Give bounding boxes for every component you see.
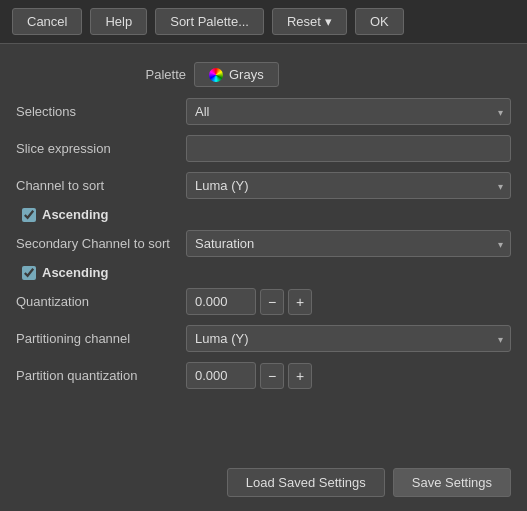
reset-arrow-icon: ▾ [325,14,332,29]
slice-label: Slice expression [16,141,186,156]
quantization-label: Quantization [16,294,186,309]
partition-quant-plus-button[interactable]: + [288,363,312,389]
partitioning-row: Partitioning channel Luma (Y) Red Green … [16,320,511,357]
help-button[interactable]: Help [90,8,147,35]
channel-row: Channel to sort Luma (Y) Red Green Blue … [16,167,511,204]
reset-button[interactable]: Reset ▾ [272,8,347,35]
partitioning-select-wrapper: Luma (Y) Red Green Blue Saturation Hue ▾ [186,325,511,352]
ascending1-row: Ascending [16,204,511,225]
ok-button[interactable]: OK [355,8,404,35]
palette-row: Palette Grays [16,56,511,93]
partition-quant-control: − + [186,362,312,389]
slice-input[interactable] [186,135,511,162]
partition-quant-row: Partition quantization − + [16,357,511,394]
quantization-input[interactable] [186,288,256,315]
partition-quant-label: Partition quantization [16,368,186,383]
quantization-plus-button[interactable]: + [288,289,312,315]
partition-quant-minus-button[interactable]: − [260,363,284,389]
sort-palette-button[interactable]: Sort Palette... [155,8,264,35]
channel-select[interactable]: Luma (Y) Red Green Blue Saturation Hue [186,172,511,199]
selections-select-wrapper: All Current None ▾ [186,98,511,125]
palette-button[interactable]: Grays [194,62,279,87]
secondary-label: Secondary Channel to sort [16,236,186,251]
ascending1-label[interactable]: Ascending [22,207,108,222]
ascending1-text: Ascending [42,207,108,222]
save-settings-button[interactable]: Save Settings [393,468,511,497]
bottom-bar: Load Saved Settings Save Settings [0,458,527,511]
toolbar: Cancel Help Sort Palette... Reset ▾ OK [0,0,527,44]
channel-select-wrapper: Luma (Y) Red Green Blue Saturation Hue ▾ [186,172,511,199]
quantization-control: − + [186,288,312,315]
quantization-row: Quantization − + [16,283,511,320]
ascending2-checkbox[interactable] [22,266,36,280]
quantization-minus-button[interactable]: − [260,289,284,315]
selections-label: Selections [16,104,186,119]
partitioning-label: Partitioning channel [16,331,186,346]
secondary-row: Secondary Channel to sort Saturation Lum… [16,225,511,262]
channel-label: Channel to sort [16,178,186,193]
secondary-select-wrapper: Saturation Luma (Y) Red Green Blue Hue ▾ [186,230,511,257]
ascending1-checkbox[interactable] [22,208,36,222]
slice-row: Slice expression [16,130,511,167]
partitioning-select[interactable]: Luma (Y) Red Green Blue Saturation Hue [186,325,511,352]
palette-icon [209,68,223,82]
palette-value: Grays [229,67,264,82]
selections-row: Selections All Current None ▾ [16,93,511,130]
cancel-button[interactable]: Cancel [12,8,82,35]
secondary-select[interactable]: Saturation Luma (Y) Red Green Blue Hue [186,230,511,257]
form-content: Palette Grays Selections All Current Non… [0,44,527,458]
ascending2-label[interactable]: Ascending [22,265,108,280]
partition-quant-input[interactable] [186,362,256,389]
reset-label: Reset [287,14,321,29]
load-settings-button[interactable]: Load Saved Settings [227,468,385,497]
selections-select[interactable]: All Current None [186,98,511,125]
ascending2-row: Ascending [16,262,511,283]
ascending2-text: Ascending [42,265,108,280]
palette-label: Palette [16,67,186,82]
